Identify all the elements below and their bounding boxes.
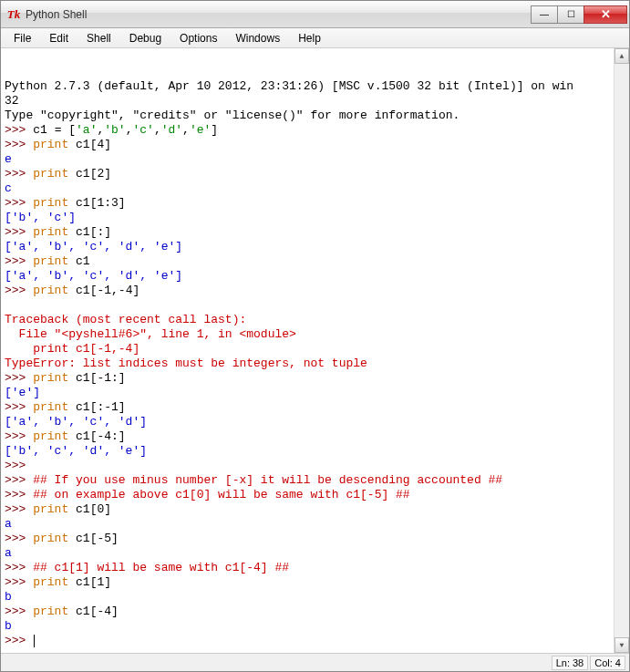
menu-file[interactable]: File <box>5 29 40 47</box>
shell-line: >>> ## c1[1] will be same with c1[-4] ## <box>5 561 625 575</box>
app-icon: Tk <box>6 7 21 22</box>
menu-options[interactable]: Options <box>170 29 226 47</box>
shell-line: ['a', 'b', 'c', 'd', 'e'] <box>5 240 625 254</box>
shell-line: 32 <box>5 94 625 109</box>
shell-line: >>> <box>5 634 625 648</box>
shell-line: ['a', 'b', 'c', 'd'] <box>5 415 625 429</box>
shell-line: >>> ## If you use minus number [-x] it w… <box>5 473 625 488</box>
shell-line: >>> print c1 <box>5 254 625 269</box>
window-title: Python Shell <box>26 8 532 21</box>
close-icon: ✕ <box>601 7 611 21</box>
window-controls: — ☐ ✕ <box>532 5 627 24</box>
shell-line: ['b', 'c', 'd', 'e'] <box>5 444 625 459</box>
shell-line: >>> print c1[-4:] <box>5 429 625 444</box>
shell-line: >>> print c1[1:3] <box>5 196 625 211</box>
shell-line: >>> print c1[-4] <box>5 605 625 619</box>
shell-line: Python 2.7.3 (default, Apr 10 2012, 23:3… <box>5 79 625 94</box>
close-button[interactable]: ✕ <box>584 5 627 24</box>
shell-line: a <box>5 517 625 532</box>
shell-line: c <box>5 181 625 196</box>
scroll-up-button[interactable]: ▲ <box>615 48 629 64</box>
shell-line: a <box>5 546 625 561</box>
shell-line: Traceback (most recent call last): <box>5 313 625 327</box>
shell-line: ['e'] <box>5 386 625 400</box>
maximize-button[interactable]: ☐ <box>557 5 584 24</box>
maximize-icon: ☐ <box>567 9 575 19</box>
menu-windows[interactable]: Windows <box>226 29 289 47</box>
menu-shell[interactable]: Shell <box>77 29 120 47</box>
menu-edit[interactable]: Edit <box>40 29 77 47</box>
minimize-button[interactable]: — <box>531 5 558 24</box>
shell-line: TypeError: list indices must be integers… <box>5 357 625 371</box>
shell-line: >>> ## on example above c1[0] will be sa… <box>5 488 625 502</box>
shell-line <box>5 298 625 313</box>
shell-line: >>> print c1[-5] <box>5 532 625 546</box>
shell-line: >>> print c1[:] <box>5 225 625 240</box>
shell-line: ['b', 'c'] <box>5 211 625 225</box>
shell-line: e <box>5 152 625 167</box>
app-window: Tk Python Shell — ☐ ✕ File Edit Shell De… <box>0 0 630 672</box>
shell-line: >>> c1 = ['a','b','c','d','e'] <box>5 123 625 138</box>
shell-line: >>> print c1[4] <box>5 138 625 152</box>
shell-line: ['a', 'b', 'c', 'd', 'e'] <box>5 269 625 284</box>
shell-line: print c1[-1,-4] <box>5 342 625 357</box>
menu-help[interactable]: Help <box>289 29 330 47</box>
shell-line: File "<pyshell#6>", line 1, in <module> <box>5 327 625 342</box>
shell-line: Type "copyright", "credits" or "license(… <box>5 109 625 123</box>
shell-line: >>> print c1[1] <box>5 575 625 590</box>
shell-line: >>> <box>5 459 625 473</box>
shell-line: >>> print c1[:-1] <box>5 400 625 415</box>
text-cursor <box>34 635 35 647</box>
shell-line: b <box>5 619 625 634</box>
menubar: File Edit Shell Debug Options Windows He… <box>1 28 629 48</box>
scroll-down-button[interactable]: ▼ <box>615 637 629 653</box>
minimize-icon: — <box>540 9 549 19</box>
status-col: Col: 4 <box>590 656 625 670</box>
titlebar[interactable]: Tk Python Shell — ☐ ✕ <box>1 1 629 28</box>
shell-line: >>> print c1[-1,-4] <box>5 284 625 298</box>
shell-line: >>> print c1[0] <box>5 502 625 517</box>
shell-line: b <box>5 590 625 605</box>
status-line: Ln: 38 <box>552 656 589 670</box>
shell-line: >>> print c1[2] <box>5 167 625 181</box>
shell-content[interactable]: Python 2.7.3 (default, Apr 10 2012, 23:3… <box>1 48 629 653</box>
statusbar: Ln: 38 Col: 4 <box>1 653 629 671</box>
menu-debug[interactable]: Debug <box>120 29 170 47</box>
vertical-scrollbar[interactable]: ▲ ▼ <box>614 48 629 653</box>
shell-line: >>> print c1[-1:] <box>5 371 625 386</box>
